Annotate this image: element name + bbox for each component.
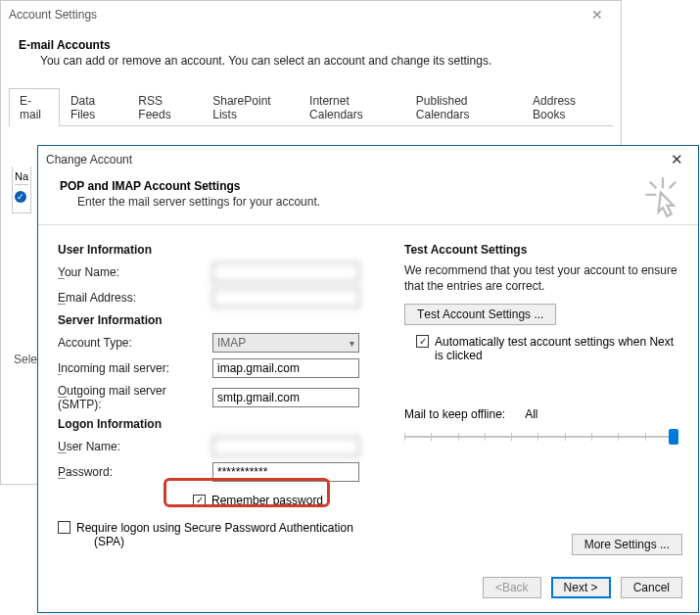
your-name-input[interactable] [212,262,359,282]
username-input[interactable] [212,437,359,456]
default-account-icon: ✓ [15,191,26,203]
tab-data-files[interactable]: Data Files [60,88,127,126]
tab-address-books[interactable]: Address Books [522,88,613,126]
remember-password-label: Remember password [211,494,323,507]
your-name-label: Your Name: [58,265,212,279]
username-label: User Name: [58,440,212,453]
chevron-down-icon: ▾ [350,338,354,349]
tab-internet-calendars[interactable]: Internet Calendars [299,88,405,126]
outgoing-label: Outgoing mail server (SMTP): [58,384,212,411]
section-test: Test Account Settings [404,243,682,257]
front-body: User Information Your Name: Email Addres… [38,225,698,548]
spa-row[interactable]: Require logon using Secure Password Auth… [58,521,381,548]
test-description: We recommend that you test your account … [404,262,682,294]
incoming-server-input[interactable] [212,358,359,378]
password-input[interactable] [212,462,359,482]
test-account-settings-button[interactable]: Test Account Settings ... [404,304,556,325]
remember-password-row[interactable]: Remember password [183,488,333,513]
svg-line-3 [670,182,677,189]
password-label: Password: [58,465,212,479]
mail-keep-value: All [525,407,537,421]
front-subheading: Enter the mail server settings for your … [60,195,680,209]
auto-test-checkbox[interactable] [416,335,429,348]
front-heading: POP and IMAP Account Settings [60,179,680,193]
account-type-label: Account Type: [58,336,212,350]
front-window-title: Change Account [46,153,663,166]
more-settings-button[interactable]: More Settings ... [572,534,682,555]
slider-thumb[interactable] [669,429,678,445]
account-type-value: IMAP [217,336,246,350]
back-subheading: You can add or remove an account. You ca… [19,54,603,68]
close-icon[interactable]: ✕ [663,151,690,168]
tab-rss-feeds[interactable]: RSS Feeds [127,88,202,126]
tab-published-calendars[interactable]: Published Calendars [405,88,522,126]
account-type-select[interactable]: IMAP ▾ [212,333,359,353]
incoming-label: Incoming mail server: [58,361,212,375]
tab-sharepoint-lists[interactable]: SharePoint Lists [202,88,299,126]
mail-keep-row: Mail to keep offline: All [404,407,682,421]
mail-keep-slider[interactable] [404,427,682,445]
back-titlebar: Account Settings ✕ [1,1,621,28]
selected-account-label-fragment: Sele [14,353,37,497]
email-input[interactable] [212,288,359,308]
tabstrip: E-mail Data Files RSS Feeds SharePoint L… [9,87,613,126]
auto-test-row[interactable]: Automatically test account settings when… [416,335,682,362]
close-icon[interactable]: ✕ [582,7,613,23]
remember-password-checkbox[interactable] [193,495,206,507]
section-user-info: User Information [58,243,381,257]
right-column: Test Account Settings We recommend that … [404,239,682,548]
spa-checkbox[interactable] [58,521,70,534]
email-label: Email Address: [58,291,212,305]
change-account-window: Change Account ✕ POP and IMAP Account Se… [37,145,699,613]
section-logon-info: Logon Information [58,417,381,431]
auto-test-label: Automatically test account settings when… [435,335,682,362]
svg-line-2 [650,182,657,189]
name-column-header: Na [15,170,28,185]
back-button[interactable]: < Back [483,577,541,598]
next-button[interactable]: Next > [551,577,611,598]
section-server-info: Server Information [58,313,381,327]
spa-label: Require logon using Secure Password Auth… [76,521,353,548]
mail-keep-label: Mail to keep offline: [404,407,505,421]
front-titlebar: Change Account ✕ [38,146,698,173]
outgoing-server-input[interactable] [212,388,359,407]
back-header: E-mail Accounts You can add or remove an… [1,28,621,81]
accounts-table-fragment: Na ✓ [12,166,31,213]
front-header: POP and IMAP Account Settings Enter the … [38,173,698,218]
left-column: User Information Your Name: Email Addres… [58,239,381,548]
front-footer: < Back Next > Cancel [483,577,682,598]
back-heading: E-mail Accounts [19,38,603,52]
cancel-button[interactable]: Cancel [621,577,682,598]
back-window-title: Account Settings [9,8,582,22]
cursor-sparkle-icon [641,175,684,218]
tab-email[interactable]: E-mail [9,88,60,126]
